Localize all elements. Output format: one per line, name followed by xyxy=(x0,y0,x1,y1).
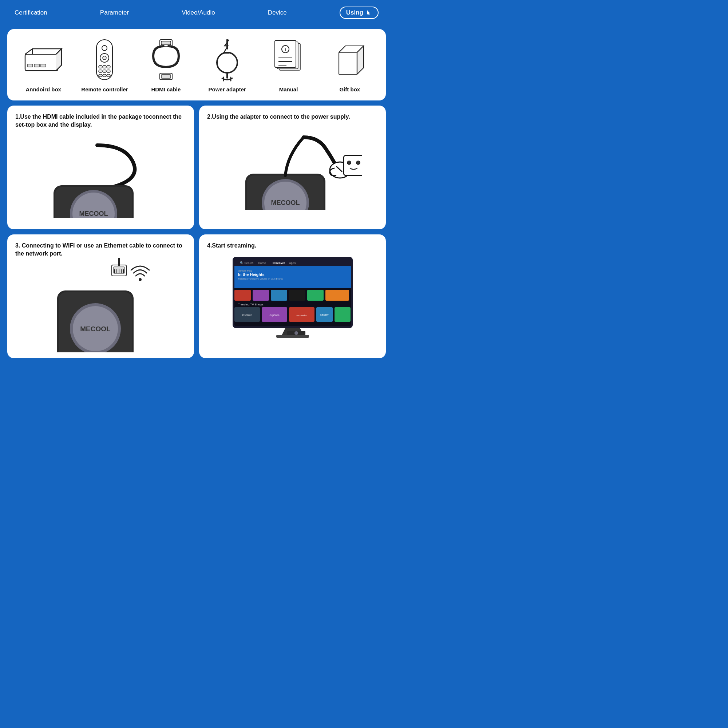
gift-box-label: Gift box xyxy=(339,86,360,93)
svg-rect-88 xyxy=(307,290,324,301)
android-box-label: Anndoird box xyxy=(26,86,61,93)
svg-rect-12 xyxy=(99,70,102,72)
svg-rect-99 xyxy=(335,307,350,322)
step-1-image: MECOOL xyxy=(15,133,186,220)
svg-text:insecure: insecure xyxy=(242,314,252,316)
svg-rect-17 xyxy=(107,74,110,77)
svg-rect-0 xyxy=(25,54,58,70)
svg-rect-89 xyxy=(326,290,349,301)
hdmi-label: HDMI cable xyxy=(151,86,180,93)
power-icon xyxy=(205,38,249,81)
svg-rect-19 xyxy=(161,41,171,45)
step-3-title: 3. Connecting to WIFI or use an Ethernet… xyxy=(15,242,186,258)
svg-text:succession: succession xyxy=(296,314,307,316)
steps-row-1: 1.Use the HDMI cable included in the pac… xyxy=(7,106,386,229)
step-2-title: 2.Using the adapter to connect to the po… xyxy=(207,113,378,121)
svg-rect-87 xyxy=(289,290,305,301)
step-3-image: MECOOL xyxy=(15,262,186,349)
svg-text:MECOOL: MECOOL xyxy=(79,210,108,217)
hdmi-icon xyxy=(144,38,188,81)
svg-rect-10 xyxy=(102,66,106,68)
step-1-card: 1.Use the HDMI cable included in the pac… xyxy=(7,106,194,229)
svg-text:i: i xyxy=(285,47,286,52)
svg-point-67 xyxy=(139,278,142,281)
svg-rect-21 xyxy=(161,75,171,78)
svg-rect-9 xyxy=(99,66,102,68)
step-3-card: 3. Connecting to WIFI or use an Ethernet… xyxy=(7,234,194,358)
manual-label: Manual xyxy=(279,86,298,93)
gift-box-icon xyxy=(328,38,372,81)
svg-text:Trending TV Shows: Trending TV Shows xyxy=(238,303,263,306)
main-content: Anndoird box xyxy=(0,26,393,366)
svg-rect-86 xyxy=(271,290,287,301)
android-box-icon xyxy=(21,38,65,81)
svg-text:Google Play: Google Play xyxy=(238,269,252,272)
step-1-title: 1.Use the HDMI cable included in the pac… xyxy=(15,113,186,129)
nav-certification[interactable]: Certification xyxy=(15,9,47,16)
cursor-icon xyxy=(366,9,372,16)
svg-point-8 xyxy=(102,56,106,60)
svg-text:🔍 Search: 🔍 Search xyxy=(240,261,254,265)
svg-rect-51 xyxy=(344,155,362,176)
svg-text:In the Heights: In the Heights xyxy=(238,272,265,277)
power-label: Power adapter xyxy=(208,86,246,93)
svg-rect-101 xyxy=(276,335,309,338)
step-4-card: 4.Start streaming. 🔍 Search Home Discove… xyxy=(199,234,386,358)
svg-text:euphoria: euphoria xyxy=(269,314,279,317)
svg-rect-1 xyxy=(28,64,33,67)
svg-text:Home: Home xyxy=(258,262,266,265)
svg-point-25 xyxy=(217,52,237,73)
svg-point-53 xyxy=(356,161,360,165)
manual-icon: i xyxy=(266,38,310,81)
step-4-title: 4.Start streaming. xyxy=(207,242,378,250)
step-2-card: 2.Using the adapter to connect to the po… xyxy=(199,106,386,229)
steps-row-2: 3. Connecting to WIFI or use an Ethernet… xyxy=(7,234,386,358)
svg-rect-15 xyxy=(99,74,102,77)
svg-rect-2 xyxy=(34,64,39,67)
svg-rect-16 xyxy=(102,74,106,77)
accessories-grid: Anndoird box xyxy=(15,38,379,93)
svg-rect-37 xyxy=(339,52,357,74)
accessory-remote: Remote controller xyxy=(76,38,133,93)
svg-text:MECOOL: MECOOL xyxy=(80,325,111,333)
svg-rect-31 xyxy=(275,40,296,67)
svg-rect-13 xyxy=(102,70,106,72)
accessory-hdmi: HDMI cable xyxy=(137,38,195,93)
nav-parameter[interactable]: Parameter xyxy=(100,9,129,16)
accessories-card: Anndoird box xyxy=(7,29,386,101)
svg-point-6 xyxy=(102,46,107,50)
remote-icon xyxy=(83,38,126,81)
svg-point-103 xyxy=(294,331,298,335)
svg-text:Apps: Apps xyxy=(289,262,295,265)
svg-text:Trending | Turn up the volume : Trending | Turn up the volume on your dr… xyxy=(238,278,283,280)
accessory-power: Power adapter xyxy=(198,38,256,93)
step-2-image: MECOOL xyxy=(207,124,378,212)
accessory-manual: i Manual xyxy=(260,38,317,93)
svg-text:Discover: Discover xyxy=(273,262,285,265)
step-4-image: 🔍 Search Home Discover Apps Google Play … xyxy=(207,253,378,341)
accessory-android-box: Anndoird box xyxy=(15,38,72,93)
svg-text:MECOOL: MECOOL xyxy=(271,199,300,206)
navigation: Certification Parameter Video/Audio Devi… xyxy=(0,0,393,26)
svg-rect-11 xyxy=(107,66,110,68)
svg-text:BARRY: BARRY xyxy=(320,314,329,316)
nav-video-audio[interactable]: Video/Audio xyxy=(182,9,215,16)
svg-rect-85 xyxy=(252,290,269,301)
svg-rect-14 xyxy=(107,70,110,72)
nav-device[interactable]: Device xyxy=(268,9,287,16)
svg-rect-84 xyxy=(234,290,251,301)
svg-point-52 xyxy=(347,161,351,165)
svg-rect-3 xyxy=(41,64,46,67)
accessory-gift-box: Gift box xyxy=(321,38,379,93)
remote-label: Remote controller xyxy=(81,86,128,93)
nav-using-button[interactable]: Using xyxy=(340,6,379,19)
